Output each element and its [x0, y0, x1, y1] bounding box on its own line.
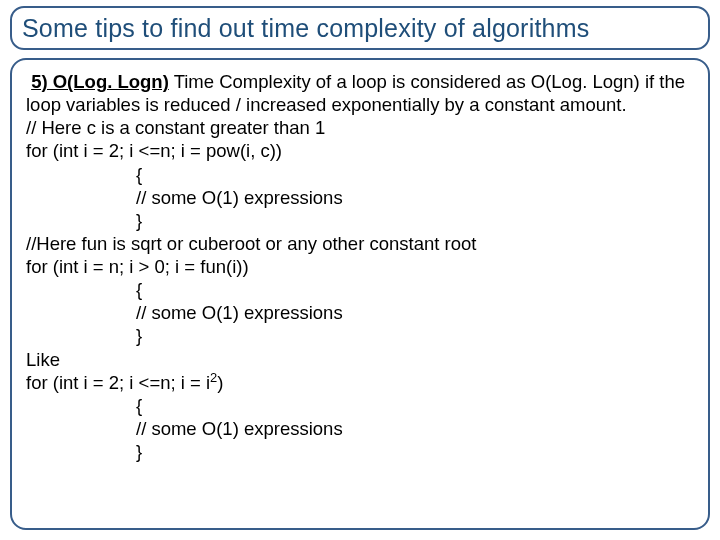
slide: { "title": "Some tips to find out time c…	[0, 0, 720, 540]
code-for-1: for (int i = 2; i <=n; i = pow(i, c))	[26, 140, 282, 161]
code-expr-1: // some O(1) expressions	[136, 187, 343, 208]
code-comment-1: // Here c is a constant greater than 1	[26, 117, 325, 138]
code-brace-open-3: {	[136, 395, 142, 416]
code-expr-3: // some O(1) expressions	[136, 418, 343, 439]
code-expr-2: // some O(1) expressions	[136, 302, 343, 323]
code-comment-2: //Here fun is sqrt or cuberoot or any ot…	[26, 233, 476, 254]
code-for-3a: for (int i = 2; i <=n; i = i	[26, 372, 210, 393]
code-brace-close-2: }	[136, 325, 142, 346]
code-for-2: for (int i = n; i > 0; i = fun(i))	[26, 256, 249, 277]
code-brace-close-3: }	[136, 441, 142, 462]
code-brace-close-1: }	[136, 210, 142, 231]
slide-title-box: Some tips to find out time complexity of…	[10, 6, 710, 50]
code-for-3b: )	[217, 372, 223, 393]
slide-title: Some tips to find out time complexity of…	[22, 14, 589, 43]
item-label: 5) O(Log. Logn)	[31, 71, 169, 92]
slide-body-box: 5) O(Log. Logn) Time Complexity of a loo…	[10, 58, 710, 530]
slide-body: 5) O(Log. Logn) Time Complexity of a loo…	[26, 70, 694, 463]
code-like: Like	[26, 349, 60, 370]
code-brace-open-2: {	[136, 279, 142, 300]
code-brace-open-1: {	[136, 164, 142, 185]
